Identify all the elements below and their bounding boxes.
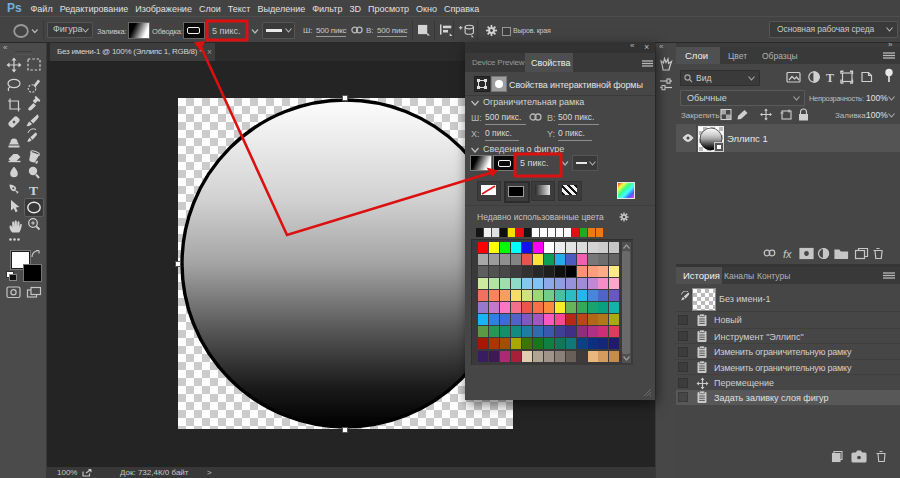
svg-text:T: T (29, 183, 38, 198)
svg-text:fx: fx (783, 248, 792, 260)
svg-text:T: T (826, 71, 834, 85)
